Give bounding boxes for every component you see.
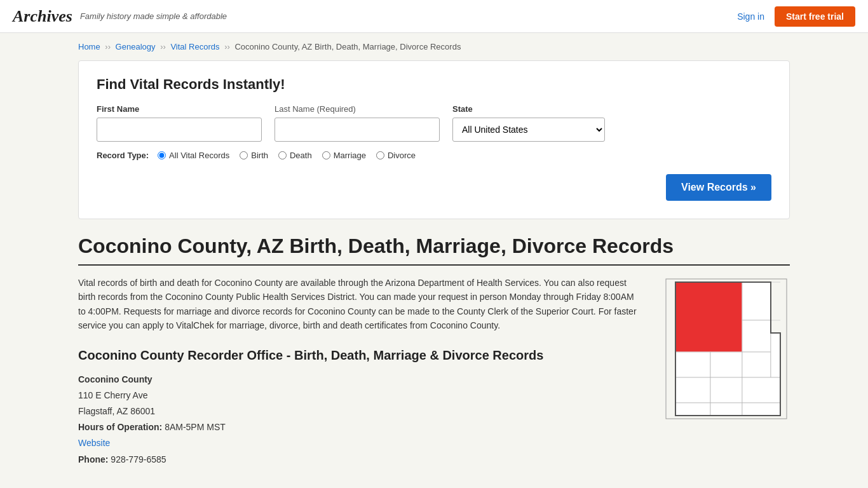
logo: Archives — [13, 7, 72, 26]
view-records-button[interactable]: View Records » — [666, 174, 771, 201]
state-group: State All United States — [452, 104, 605, 142]
svg-rect-12 — [675, 282, 742, 352]
state-select[interactable]: All United States — [452, 118, 605, 142]
breadcrumb: Home ›› Genealogy ›› Vital Records ›› Co… — [78, 42, 790, 51]
arizona-map — [663, 276, 790, 422]
svg-rect-18 — [771, 333, 780, 377]
phone-label: Phone: — [78, 454, 108, 464]
phone-value: 928-779-6585 — [111, 454, 166, 464]
last-name-label: Last Name (Required) — [275, 104, 440, 114]
svg-rect-24 — [742, 403, 780, 416]
last-name-input[interactable] — [275, 118, 440, 142]
svg-rect-21 — [742, 377, 780, 403]
phone-line: Phone: 928-779-6585 — [78, 452, 644, 468]
radio-all-vital[interactable]: All Vital Records — [158, 151, 229, 160]
signin-link[interactable]: Sign in — [737, 11, 764, 22]
svg-rect-14 — [742, 320, 771, 352]
breadcrumb-home[interactable]: Home — [78, 42, 100, 51]
svg-rect-20 — [710, 377, 742, 403]
hours-line: Hours of Operation: 8AM-5PM MST — [78, 419, 644, 435]
record-type-label: Record Type: — [97, 151, 149, 160]
website-line: Website — [78, 435, 644, 451]
website-link[interactable]: Website — [78, 438, 110, 448]
svg-rect-13 — [742, 282, 771, 320]
tagline: Family history made simple & affordable — [80, 11, 227, 21]
breadcrumb-current: Coconino County, AZ Birth, Death, Marria… — [234, 42, 461, 51]
address-line2: Flagstaff, AZ 86001 — [78, 403, 644, 419]
header: Archives Family history made simple & af… — [0, 0, 868, 33]
search-box: Find Vital Records Instantly! First Name… — [78, 60, 790, 219]
start-trial-button[interactable]: Start free trial — [775, 6, 855, 27]
svg-rect-17 — [742, 352, 771, 377]
content-text: Vital records of birth and death for Coc… — [78, 276, 644, 468]
recorder-title: Coconino County Recorder Office - Birth,… — [78, 348, 644, 363]
sep2: ›› — [160, 42, 166, 51]
content-section: Vital records of birth and death for Coc… — [78, 276, 790, 468]
header-right: Sign in Start free trial — [737, 6, 855, 27]
svg-rect-15 — [675, 352, 710, 377]
radio-birth[interactable]: Birth — [240, 151, 268, 160]
page-title: Coconino County, AZ Birth, Death, Marria… — [78, 234, 790, 266]
svg-rect-16 — [710, 352, 742, 377]
address-block: Coconino County 110 E Cherry Ave Flagsta… — [78, 372, 644, 468]
hours-label: Hours of Operation: — [78, 422, 162, 432]
search-fields: First Name Last Name (Required) State Al… — [97, 104, 771, 142]
radio-divorce[interactable]: Divorce — [376, 151, 416, 160]
header-left: Archives Family history made simple & af… — [13, 7, 227, 26]
record-type-options: All Vital Records Birth Death Marriage D… — [158, 151, 416, 160]
svg-rect-19 — [675, 377, 710, 403]
radio-death-input[interactable] — [278, 151, 287, 159]
county-name: Coconino County — [78, 372, 644, 388]
description-paragraph: Vital records of birth and death for Coc… — [78, 276, 644, 333]
svg-rect-23 — [710, 403, 742, 416]
address-line1: 110 E Cherry Ave — [78, 388, 644, 403]
main-content: Home ›› Genealogy ›› Vital Records ›› Co… — [65, 33, 803, 477]
breadcrumb-genealogy[interactable]: Genealogy — [116, 42, 156, 51]
first-name-group: First Name — [97, 104, 262, 142]
hours-value: 8AM-5PM MST — [165, 422, 226, 432]
state-label: State — [452, 104, 605, 114]
breadcrumb-vital-records[interactable]: Vital Records — [170, 42, 219, 51]
first-name-label: First Name — [97, 104, 262, 114]
radio-marriage-input[interactable] — [322, 151, 330, 159]
search-title: Find Vital Records Instantly! — [97, 76, 771, 93]
svg-rect-22 — [675, 403, 710, 416]
record-type-row: Record Type: All Vital Records Birth Dea… — [97, 151, 771, 160]
sep1: ›› — [105, 42, 111, 51]
last-name-group: Last Name (Required) — [275, 104, 440, 142]
map-container — [663, 276, 790, 468]
radio-death[interactable]: Death — [278, 151, 312, 160]
radio-divorce-input[interactable] — [376, 151, 384, 159]
radio-birth-input[interactable] — [240, 151, 248, 159]
radio-all-vital-input[interactable] — [158, 151, 166, 159]
radio-marriage[interactable]: Marriage — [322, 151, 366, 160]
first-name-input[interactable] — [97, 118, 262, 142]
search-bottom: View Records » — [97, 168, 771, 201]
sep3: ›› — [224, 42, 230, 51]
